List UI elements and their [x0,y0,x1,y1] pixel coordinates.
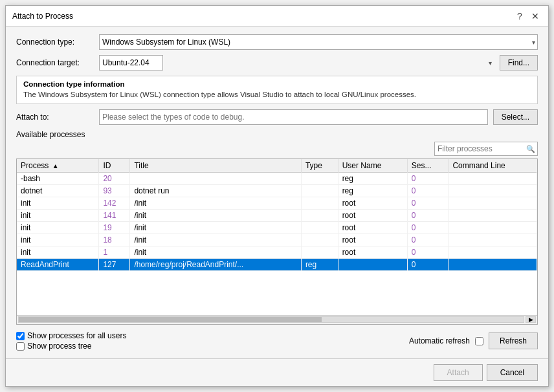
table-row[interactable]: ReadAndPrint127/home/reg/proj/ReadAndPri… [17,259,537,271]
table-cell [301,185,338,197]
table-cell [449,197,537,210]
table-cell: reg [338,185,407,197]
table-cell: -bash [17,173,99,185]
col-session[interactable]: Ses... [407,159,449,173]
col-title[interactable]: Title [130,159,301,173]
table-cell [130,173,301,185]
filter-input[interactable] [434,142,538,156]
refresh-button[interactable]: Refresh [489,332,538,349]
table-cell [449,210,537,222]
filter-wrapper: 🔍 [434,142,538,156]
table-cell [449,222,537,234]
table-cell [449,259,537,271]
table-cell [301,246,338,259]
table-cell: 18 [99,234,130,246]
checkboxes-col: Show processes for all users Show proces… [16,331,126,351]
table-row[interactable]: init142/initroot0 [17,197,537,210]
connection-target-wrapper: Ubuntu-22.04 [99,55,494,71]
table-row[interactable]: init18/initroot0 [17,234,537,246]
table-cell: root [338,246,407,259]
col-username[interactable]: User Name [338,159,407,173]
table-cell [301,210,338,222]
help-button[interactable]: ? [513,10,526,23]
table-cell [301,234,338,246]
table-cell: 0 [407,222,449,234]
cancel-button[interactable]: Cancel [487,364,538,381]
show-all-users-row[interactable]: Show processes for all users [16,331,126,340]
refresh-area: Automatic refresh Refresh [409,332,538,349]
table-cell: root [338,210,407,222]
connection-type-label: Connection type: [16,38,94,47]
title-bar: Attach to Process ? ✕ [6,6,548,27]
table-cell [301,222,338,234]
table-cell: dotnet run [130,185,301,197]
col-type[interactable]: Type [301,159,338,173]
connection-type-row: Connection type: Windows Subsystem for L… [16,34,538,50]
find-button[interactable]: Find... [500,55,538,71]
table-cell: init [17,197,99,210]
info-box: Connection type information The Windows … [16,76,538,104]
table-cell: dotnet [17,185,99,197]
col-process[interactable]: Process ▲ [17,159,99,173]
close-button[interactable]: ✕ [529,10,542,23]
table-cell [301,173,338,185]
connection-type-wrapper: Windows Subsystem for Linux (WSL) [99,34,538,50]
scrollbar-track [18,316,524,323]
automatic-refresh-checkbox[interactable] [475,337,483,345]
table-row[interactable]: init141/initroot0 [17,210,537,222]
table-row[interactable]: -bash20reg0 [17,173,537,185]
attach-button[interactable]: Attach [434,364,483,381]
table-cell: init [17,222,99,234]
attach-to-process-dialog: Attach to Process ? ✕ Connection type: W… [5,5,549,387]
table-cell: 0 [407,234,449,246]
connection-target-row: Connection target: Ubuntu-22.04 Find... [16,55,538,71]
process-table-container: Process ▲ ID Title Type User Name Ses...… [16,158,538,325]
scrollbar-right-btn[interactable]: ▶ [526,316,536,323]
table-cell [338,259,407,271]
show-all-users-checkbox[interactable] [16,332,25,340]
show-tree-row[interactable]: Show process tree [16,342,126,351]
table-cell: 0 [407,185,449,197]
available-processes-title: Available processes [16,130,538,139]
table-cell: 141 [99,210,130,222]
table-cell: 1 [99,246,130,259]
table-row[interactable]: init19/initroot0 [17,222,537,234]
table-cell [449,173,537,185]
table-cell [301,197,338,210]
table-cell: 93 [99,185,130,197]
process-table-scroll[interactable]: Process ▲ ID Title Type User Name Ses...… [17,159,537,315]
show-all-users-label: Show processes for all users [27,331,126,340]
dialog-footer: Attach Cancel [6,358,548,386]
table-cell [449,246,537,259]
process-table: Process ▲ ID Title Type User Name Ses...… [17,159,537,271]
attach-to-input[interactable] [99,109,488,125]
col-cmdline[interactable]: Command Line [449,159,537,173]
table-cell [449,234,537,246]
show-tree-checkbox[interactable] [16,342,25,351]
sort-arrow: ▲ [52,162,59,169]
table-cell: /init [130,246,301,259]
search-icon: 🔍 [526,145,535,153]
table-cell: /init [130,197,301,210]
table-cell: ReadAndPrint [17,259,99,271]
table-cell [449,185,537,197]
horizontal-scrollbar[interactable]: ▶ [17,315,537,324]
attach-to-label: Attach to: [16,113,94,122]
connection-target-select[interactable]: Ubuntu-22.04 [99,55,163,71]
table-cell: /init [130,210,301,222]
title-bar-controls: ? ✕ [513,10,542,23]
select-button[interactable]: Select... [493,109,538,125]
info-box-title: Connection type information [23,80,531,88]
automatic-refresh-label: Automatic refresh [409,336,470,345]
table-cell: root [338,234,407,246]
process-table-body: -bash20reg0dotnet93dotnet runreg0init142… [17,173,537,271]
connection-type-select[interactable]: Windows Subsystem for Linux (WSL) [99,34,538,50]
table-cell: 0 [407,173,449,185]
col-id[interactable]: ID [99,159,130,173]
table-cell: 142 [99,197,130,210]
attach-to-row: Attach to: Select... [16,109,538,125]
table-cell: /init [130,222,301,234]
table-cell: 20 [99,173,130,185]
table-row[interactable]: dotnet93dotnet runreg0 [17,185,537,197]
table-row[interactable]: init1/initroot0 [17,246,537,259]
